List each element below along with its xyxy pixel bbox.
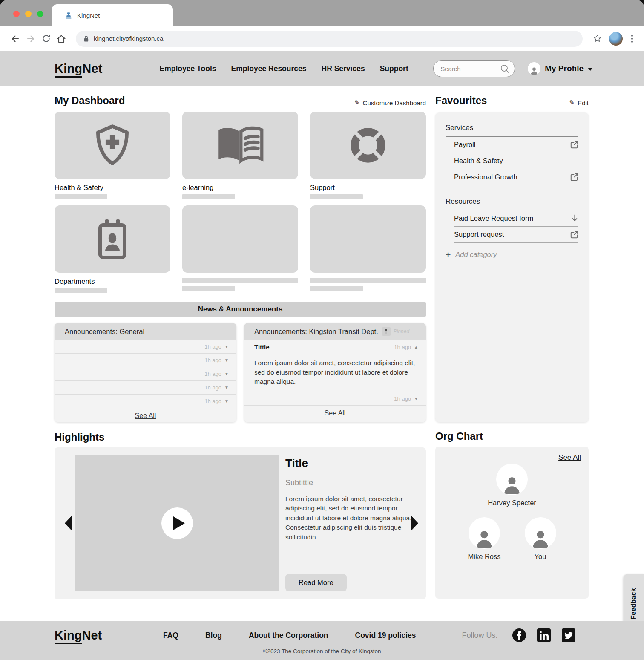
- tile-elearning[interactable]: [182, 112, 298, 179]
- minimize-window-button[interactable]: [25, 11, 32, 17]
- tab-title: KingNet: [77, 12, 100, 19]
- tile-elearning-cell: e-learning: [182, 112, 298, 199]
- search-icon[interactable]: [500, 64, 510, 74]
- see-all-link[interactable]: See All: [558, 453, 581, 462]
- play-icon: [173, 516, 185, 530]
- highlight-item-subtitle: Subtittle: [285, 478, 418, 487]
- org-person-manager[interactable]: Harvey Specter: [488, 464, 536, 507]
- favourite-item-professional-growth[interactable]: Professional Growth: [454, 169, 578, 185]
- person-avatar-icon: [496, 464, 528, 495]
- nav-support[interactable]: Support: [380, 64, 408, 73]
- placeholder-bar: [310, 286, 363, 291]
- play-button[interactable]: [161, 507, 193, 539]
- announcement-expanded-row[interactable]: Tittle 1h ago▲: [244, 340, 426, 354]
- id-badge-icon: [95, 218, 130, 260]
- org-chart-card: See All Harvey Specter Mike Ross: [435, 447, 589, 599]
- announcement-row[interactable]: 1h ago▼: [55, 381, 236, 395]
- copyright-text: ©2023 The Corporation of the City of Kin…: [0, 648, 644, 654]
- search-input[interactable]: [440, 65, 500, 72]
- person-name: Mike Ross: [468, 553, 500, 561]
- tile-departments-cell: Departments: [55, 205, 170, 293]
- browser-tab[interactable]: KingNet: [52, 4, 173, 26]
- video-placeholder[interactable]: [75, 455, 279, 591]
- carousel-prev-arrow[interactable]: [65, 516, 72, 530]
- external-link-icon[interactable]: [570, 173, 578, 181]
- main-content: My Dashboard ✎ Customize Dashboard Healt…: [0, 86, 644, 621]
- person-avatar-icon: [525, 517, 556, 549]
- forward-button[interactable]: [23, 31, 38, 46]
- announcement-title: Tittle: [254, 343, 270, 351]
- announcement-body: Lorem ipsum dolor sit amet, consectetur …: [244, 354, 426, 392]
- nav-employee-tools[interactable]: Employee Tools: [160, 64, 216, 73]
- home-button[interactable]: [54, 31, 69, 46]
- site-footer: KingNet FAQ Blog About the Corporation C…: [0, 621, 644, 660]
- chevron-down-icon: ▼: [224, 345, 229, 349]
- announcement-row[interactable]: 1h ago▼: [55, 395, 236, 408]
- bookmark-star-icon[interactable]: [589, 31, 605, 46]
- tile-empty[interactable]: [182, 205, 298, 273]
- open-book-icon: [216, 125, 265, 166]
- tile-empty-cell: [310, 205, 426, 293]
- address-bar[interactable]: kingnet.cityofkingston.ca: [76, 31, 583, 47]
- announcement-row[interactable]: 1h ago▼: [244, 392, 426, 406]
- highlight-item-title: Title: [285, 457, 418, 470]
- maximize-window-button[interactable]: [37, 11, 43, 17]
- browser-profile-avatar[interactable]: [609, 32, 623, 46]
- footer-logo[interactable]: KingNet: [55, 628, 163, 643]
- placeholder-bar: [182, 286, 235, 291]
- profile-menu[interactable]: My Profile: [528, 62, 593, 75]
- twitter-icon[interactable]: [561, 628, 576, 643]
- favourite-item-paid-leave-form[interactable]: Paid Leave Request form: [454, 210, 578, 227]
- tile-empty[interactable]: [310, 205, 426, 273]
- person-name: Harvey Specter: [488, 499, 536, 507]
- tile-support-cell: Support: [310, 112, 426, 199]
- customize-dashboard-button[interactable]: ✎ Customize Dashboard: [354, 99, 426, 107]
- back-button[interactable]: [8, 31, 23, 46]
- profile-avatar-icon: [528, 62, 540, 75]
- url-text: kingnet.cityofkingston.ca: [94, 35, 163, 42]
- external-link-icon[interactable]: [570, 231, 578, 239]
- announcement-row[interactable]: 1h ago▼: [55, 367, 236, 381]
- announcement-row[interactable]: 1h ago▼: [55, 354, 236, 367]
- favourite-item-support-request[interactable]: Support request: [454, 227, 578, 243]
- tile-label: Health & Safety: [55, 184, 170, 192]
- browser-menu-icon[interactable]: [627, 32, 637, 45]
- footer-link-covid[interactable]: Covid 19 policies: [355, 631, 416, 640]
- announcements-general-panel: Announcements: General 1h ago▼ 1h ago▼ 1…: [55, 323, 236, 422]
- announcement-row[interactable]: 1h ago▼: [55, 340, 236, 354]
- nav-employee-resources[interactable]: Employee Resources: [231, 64, 306, 73]
- chevron-down-icon: ▼: [414, 397, 418, 401]
- read-more-button[interactable]: Read More: [285, 574, 347, 591]
- tile-support[interactable]: [310, 112, 426, 179]
- tile-label: Departments: [55, 277, 170, 285]
- chevron-down-icon: ▼: [224, 399, 229, 403]
- placeholder-bar: [55, 194, 107, 199]
- lock-icon: [83, 35, 89, 42]
- nav-hr-services[interactable]: HR Services: [322, 64, 365, 73]
- facebook-icon[interactable]: [512, 628, 526, 643]
- favourite-item-health-safety[interactable]: Health & Safety: [454, 153, 578, 169]
- footer-link-faq[interactable]: FAQ: [163, 631, 178, 640]
- external-link-icon[interactable]: [570, 141, 578, 149]
- linkedin-icon[interactable]: [537, 628, 551, 643]
- download-icon[interactable]: [571, 214, 578, 222]
- org-person-peer[interactable]: Mike Ross: [468, 517, 500, 561]
- reload-button[interactable]: [38, 31, 54, 46]
- edit-favourites-button[interactable]: ✎ Edit: [569, 99, 589, 107]
- lifebuoy-icon: [349, 126, 387, 164]
- close-window-button[interactable]: [13, 11, 20, 17]
- see-all-link[interactable]: See All: [244, 406, 426, 422]
- see-all-link[interactable]: See All: [55, 408, 236, 422]
- org-person-you[interactable]: You: [525, 517, 556, 561]
- tile-health-safety[interactable]: [55, 112, 170, 179]
- footer-link-blog[interactable]: Blog: [205, 631, 222, 640]
- add-category-button[interactable]: + Add category: [446, 250, 578, 259]
- tile-departments[interactable]: [55, 205, 170, 273]
- site-logo[interactable]: KingNet: [55, 62, 103, 76]
- tile-empty-cell: [182, 205, 298, 293]
- footer-link-about[interactable]: About the Corporation: [249, 631, 328, 640]
- favourite-item-payroll[interactable]: Payroll: [454, 137, 578, 153]
- placeholder-bar: [310, 278, 426, 283]
- placeholder-bar: [182, 194, 235, 199]
- window-controls: [13, 11, 43, 17]
